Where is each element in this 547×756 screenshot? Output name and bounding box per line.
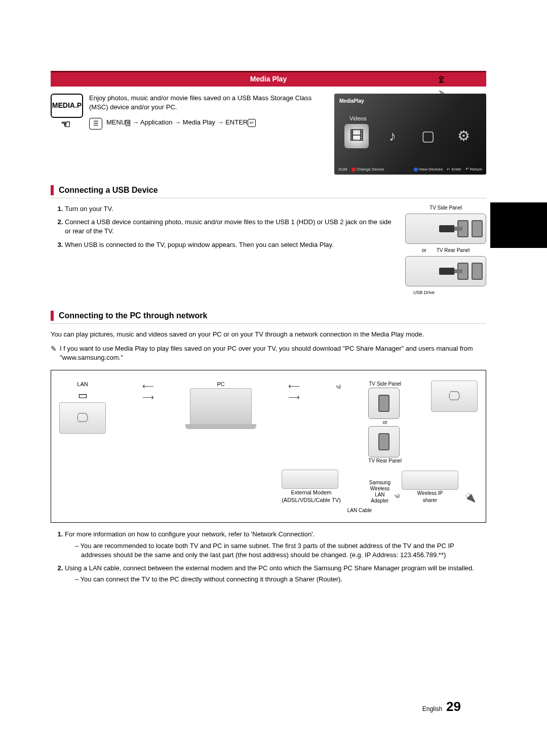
usb-step-2: Connect a USB device containing photo, m… <box>65 218 397 236</box>
usb-plug-icon <box>439 268 454 275</box>
section-title: Connecting to the PC through network <box>59 310 207 321</box>
usb-steps: Turn on your TV. Connect a USB device co… <box>65 204 397 296</box>
heading-accent <box>51 185 54 195</box>
pc-step-1-sub: You are recommended to locate both TV an… <box>75 541 486 560</box>
arrow-icon: ⟵⟶ <box>135 381 161 403</box>
note-icon: ✎ <box>51 344 57 362</box>
usb-drive-label: USB Drive <box>405 289 486 296</box>
pc-label: PC <box>190 381 252 388</box>
pc-step-2-sub: You can connect the TV to the PC directl… <box>75 575 486 584</box>
tv-category-icons: 🎞 ♪ ▢ ⚙ <box>344 124 476 148</box>
sub-item: You can connect the TV to the PC directl… <box>75 575 486 584</box>
modem-label: External Modem (ADSL/VDSL/Cable TV) <box>282 489 341 505</box>
page-number: 29 <box>446 697 461 716</box>
panel-mini-icon <box>368 426 400 457</box>
usb-slot-icon <box>472 220 483 237</box>
adapter-label: Samsung Wireless LAN Adapter <box>369 480 390 504</box>
lan-cable-label: LAN Cable <box>59 507 478 514</box>
laptop-icon <box>190 388 252 425</box>
usb-plug-icon <box>439 225 454 232</box>
panel-mini-icon <box>368 388 400 419</box>
pc-steps: For more information on how to configure… <box>65 530 486 584</box>
intro-left: MEDIA.P ☜ Enjoy photos, music and/or mov… <box>51 94 327 130</box>
view-devices-hint: View Devices <box>414 166 443 172</box>
section-heading-pc: Connecting to the PC through network <box>51 310 486 324</box>
tv-footer-hints: SUM Change Device View Devices ↵ Enter ↶… <box>334 166 486 172</box>
usb-slot-icon <box>472 263 483 280</box>
router-icon <box>402 471 458 490</box>
section-heading-usb: Connecting a USB Device <box>51 185 486 198</box>
rear-panel-label: TV Rear Panel <box>368 457 402 465</box>
return-hint: ↶ Return <box>465 166 482 172</box>
tv-icon: 🖵 <box>59 402 106 434</box>
tv-icon: 🖵 <box>431 381 478 412</box>
page-title-bar: Media Play <box>51 71 486 87</box>
pc-step-2: Using a LAN cable, connect between the e… <box>65 564 486 584</box>
note-text: I f you want to use Media Play to play f… <box>60 344 486 362</box>
media-p-label: MEDIA.P <box>52 101 82 111</box>
step-text: Using a LAN cable, connect between the e… <box>65 564 474 572</box>
network-diagram: LAN ▭ 🖵 ⟵⟶ PC ⟵⟶ ༄ TV Side Panel or TV R… <box>51 370 486 523</box>
tv-selected-category: Videos <box>349 115 366 122</box>
pc-step-1: For more information on how to configure… <box>65 530 486 560</box>
usb-step-3: When USB is connected to the TV, popup w… <box>65 240 397 249</box>
intro-row: MEDIA.P ☜ Enjoy photos, music and/or mov… <box>51 94 486 175</box>
side-panel-label: TV Side Panel <box>405 204 486 212</box>
intro-text: Enjoy photos, music and/or movie files s… <box>89 94 327 112</box>
usb-step-1: Turn on your TV. <box>65 204 397 214</box>
side-panel-drawing <box>405 214 486 244</box>
note-block: ✎ I f you want to use Media Play to play… <box>51 344 486 362</box>
menu-key-icon: ☰ <box>89 118 102 130</box>
tv-app-title: MediaPlay <box>339 98 364 105</box>
chapter-number: 04 <box>438 76 445 83</box>
heading-accent <box>51 311 54 321</box>
nav-rest: → Application → Media Play → ENTER <box>130 118 248 126</box>
lan-port-icon: ▭ <box>59 388 106 402</box>
sum-hint: SUM <box>338 166 347 172</box>
usb-section: Turn on your TV. Connect a USB device co… <box>51 204 486 296</box>
wifi-icon: ༄ <box>395 491 398 502</box>
nav-path-text: MENUⅢ → Application → Media Play → ENTER… <box>106 118 256 127</box>
rear-panel-drawing <box>405 256 486 286</box>
arrow-icon: ⟵⟶ <box>281 381 306 403</box>
lan-plug-icon: 🔌 <box>462 491 478 504</box>
change-device-hint: Change Device <box>351 166 384 172</box>
enter-hint: ↵ Enter <box>447 166 461 172</box>
enter-glyph-icon: ↵ <box>248 119 256 127</box>
sharer-label: Wireless IP sharer <box>402 490 458 504</box>
footer-language: English <box>422 705 442 713</box>
modem-icon <box>282 470 338 489</box>
wifi-icon: ༄ <box>336 382 339 393</box>
photos-icon: ▢ <box>416 124 440 148</box>
media-p-button: MEDIA.P ☜ <box>51 94 83 118</box>
or-label: or <box>368 419 402 426</box>
intro-text-block: Enjoy photos, music and/or movie files s… <box>89 94 327 130</box>
manual-page: 04 Advanced Features Media Play MEDIA.P … <box>0 0 547 756</box>
tv-screenshot: MediaPlay Videos 🎞 ♪ ▢ ⚙ SUM Change Devi… <box>334 94 486 175</box>
menu-glyph-icon: Ⅲ <box>126 120 130 126</box>
videos-icon: 🎞 <box>344 124 369 148</box>
sub-item: You are recommended to locate both TV an… <box>75 541 486 560</box>
lan-label: LAN <box>59 381 106 388</box>
or-label: or <box>422 247 426 254</box>
rear-panel-label: TV Rear Panel <box>437 247 470 254</box>
step-text: For more information on how to configure… <box>65 530 315 538</box>
hand-icon: ☜ <box>61 119 71 130</box>
thumb-tab <box>490 202 547 248</box>
nav-menu-word: MENU <box>106 118 126 126</box>
settings-icon: ⚙ <box>452 124 476 148</box>
page-footer: English 29 <box>422 697 461 716</box>
remote-button-illustration: MEDIA.P ☜ <box>51 94 84 130</box>
side-panel-label: TV Side Panel <box>368 381 402 388</box>
music-icon: ♪ <box>380 124 405 148</box>
tv-panel-illustration: TV Side Panel or TV Rear Panel USB Drive <box>405 204 486 296</box>
menu-navigation-path: ☰ MENUⅢ → Application → Media Play → ENT… <box>89 118 327 130</box>
section-title: Connecting a USB Device <box>59 185 158 196</box>
pc-lead-text: You can play pictures, music and videos … <box>51 330 486 339</box>
